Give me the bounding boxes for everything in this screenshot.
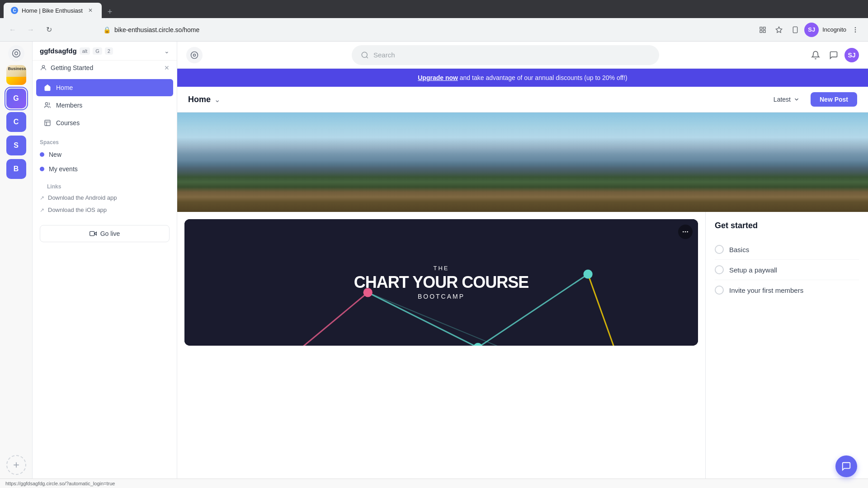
svg-line-23 bbox=[366, 56, 368, 58]
spaces-section: Spaces New My events bbox=[33, 136, 177, 176]
incognito-label: Incognito bbox=[822, 26, 846, 33]
app-content: Business G C S B ggfdsagfdg alt G 2 bbox=[0, 42, 868, 479]
profile-button[interactable]: SJ bbox=[804, 23, 819, 37]
add-community-button[interactable] bbox=[6, 455, 26, 475]
community-rail: Business G C S B bbox=[0, 42, 33, 479]
link-arrow-ios: ↗ bbox=[40, 207, 44, 213]
link-android-label: Download the Android app bbox=[48, 194, 117, 201]
space-new[interactable]: New bbox=[33, 147, 177, 162]
sidebar-dropdown-icon[interactable]: ⌄ bbox=[164, 47, 170, 55]
space-new-label: New bbox=[49, 151, 61, 158]
community-s[interactable]: S bbox=[6, 136, 26, 155]
latest-filter-button[interactable]: Latest bbox=[768, 93, 805, 106]
chart-graphic: THE CHART YOUR COURSE BOOTCAMP bbox=[184, 219, 698, 346]
latest-dropdown-icon bbox=[793, 96, 800, 103]
circle-logo[interactable] bbox=[186, 47, 203, 63]
title-dropdown-icon[interactable]: ⌄ bbox=[214, 95, 220, 104]
app-top-bar: Search SJ bbox=[177, 42, 868, 69]
space-dot-events bbox=[40, 167, 44, 171]
space-dot-new bbox=[40, 152, 44, 157]
getting-started-item[interactable]: Getting Started ✕ bbox=[33, 61, 177, 75]
tab-close-button[interactable]: ✕ bbox=[86, 6, 94, 14]
app-logo[interactable] bbox=[8, 45, 24, 61]
members-icon bbox=[43, 101, 52, 109]
svg-point-20 bbox=[191, 52, 198, 58]
nav-members[interactable]: Members bbox=[36, 97, 173, 114]
svg-line-29 bbox=[368, 292, 634, 346]
nav-section: Home Members bbox=[33, 75, 177, 136]
nav-courses[interactable]: Courses bbox=[36, 114, 173, 131]
radio-invite[interactable] bbox=[715, 286, 724, 295]
profile-area[interactable]: SJ Incognito bbox=[804, 23, 846, 37]
link-ios-label: Download the iOS app bbox=[48, 206, 107, 213]
link-arrow-android: ↗ bbox=[40, 195, 44, 201]
extensions-button[interactable] bbox=[755, 23, 770, 37]
radio-basics[interactable] bbox=[715, 245, 724, 254]
browser-frame: C Home | Bike Enthusiast ✕ + ← → ↻ 🔒 bik… bbox=[0, 0, 868, 488]
post-image: THE CHART YOUR COURSE BOOTCAMP bbox=[184, 219, 698, 346]
header-actions: Latest New Post bbox=[768, 92, 857, 107]
status-bar: https://ggfdsagfdg.circle.so/?automatic_… bbox=[0, 479, 868, 488]
toolbar-icons: SJ Incognito bbox=[755, 23, 863, 37]
post-menu-button[interactable] bbox=[678, 225, 693, 239]
active-tab[interactable]: C Home | Bike Enthusiast ✕ bbox=[4, 3, 102, 18]
svg-point-33 bbox=[583, 270, 592, 279]
go-live-button[interactable]: Go live bbox=[40, 225, 170, 242]
radio-paywall[interactable] bbox=[715, 265, 724, 274]
messages-button[interactable] bbox=[826, 48, 841, 62]
user-avatar-button[interactable]: SJ bbox=[844, 48, 859, 62]
top-icons: SJ bbox=[808, 48, 859, 62]
community-b[interactable]: B bbox=[6, 159, 26, 179]
svg-rect-19 bbox=[90, 231, 94, 235]
new-tab-button[interactable]: + bbox=[104, 5, 116, 18]
reload-button[interactable]: ↻ bbox=[42, 23, 56, 37]
svg-rect-2 bbox=[760, 30, 762, 33]
tab-favicon: C bbox=[11, 7, 18, 14]
status-url: https://ggfdsagfdg.circle.so/?automatic_… bbox=[5, 481, 115, 486]
upgrade-link[interactable]: Upgrade now bbox=[418, 74, 458, 81]
getting-started-close-button[interactable]: ✕ bbox=[164, 64, 170, 71]
checklist-basics-label: Basics bbox=[729, 246, 749, 253]
chat-icon bbox=[841, 461, 851, 471]
link-ios[interactable]: ↗ Download the iOS app bbox=[40, 204, 170, 216]
address-bar[interactable]: 🔒 bike-enthusiast.circle.so/home bbox=[96, 22, 716, 38]
menu-button[interactable] bbox=[848, 23, 863, 37]
getting-started-label: Getting Started bbox=[51, 64, 93, 71]
community-business[interactable]: Business bbox=[6, 65, 26, 85]
home-icon bbox=[43, 84, 52, 92]
back-button[interactable]: ← bbox=[5, 23, 20, 37]
nav-home[interactable]: Home bbox=[36, 79, 173, 96]
links-label: Links bbox=[40, 180, 170, 192]
get-started-title: Get started bbox=[715, 221, 859, 230]
link-android[interactable]: ↗ Download the Android app bbox=[40, 192, 170, 204]
upgrade-message: and take advantage of our annual discoun… bbox=[460, 74, 627, 81]
nav-members-label: Members bbox=[56, 102, 82, 109]
go-live-label: Go live bbox=[100, 230, 120, 237]
checklist-invite: Invite your first members bbox=[715, 280, 859, 300]
latest-label: Latest bbox=[774, 96, 791, 103]
space-my-events[interactable]: My events bbox=[33, 162, 177, 176]
svg-point-36 bbox=[683, 231, 684, 233]
page-title-area: Home ⌄ bbox=[188, 95, 220, 104]
bookmark-button[interactable] bbox=[772, 23, 786, 37]
chat-bubble-button[interactable] bbox=[835, 455, 857, 477]
global-search[interactable]: Search bbox=[352, 45, 659, 65]
upgrade-banner: Upgrade now and take advantage of our an… bbox=[177, 69, 868, 87]
tab-bar: C Home | Bike Enthusiast ✕ + bbox=[0, 0, 868, 18]
links-section: Links ↗ Download the Android app ↗ Downl… bbox=[33, 176, 177, 220]
person-icon bbox=[40, 64, 47, 71]
checklist-basics: Basics bbox=[715, 239, 859, 260]
content-header: Home ⌄ Latest New Post bbox=[177, 87, 868, 113]
svg-point-7 bbox=[855, 29, 855, 30]
community-g[interactable]: G bbox=[6, 89, 26, 108]
forward-button[interactable]: → bbox=[24, 23, 38, 37]
new-post-button[interactable]: New Post bbox=[811, 92, 857, 107]
hero-image bbox=[177, 113, 868, 212]
post-title-main: CHART YOUR COURSE bbox=[354, 273, 528, 291]
community-c[interactable]: C bbox=[6, 112, 26, 132]
notification-button[interactable] bbox=[808, 48, 823, 62]
device-button[interactable] bbox=[788, 23, 802, 37]
post-title-sub: BOOTCAMP bbox=[354, 293, 528, 300]
more-options-icon bbox=[682, 228, 689, 235]
main-content: Search SJ bbox=[177, 42, 868, 479]
